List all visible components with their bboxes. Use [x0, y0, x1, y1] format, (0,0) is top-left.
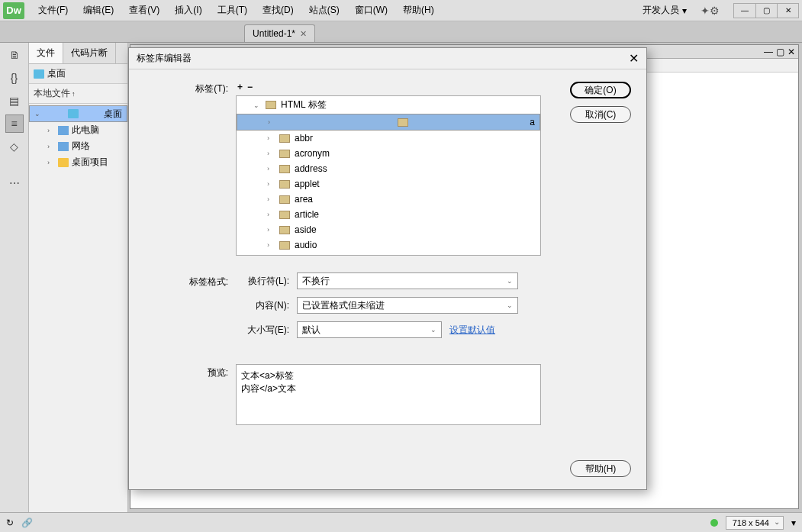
- help-button[interactable]: 帮助(H): [570, 460, 631, 477]
- inner-close[interactable]: ✕: [788, 47, 795, 57]
- add-tag-icon[interactable]: +: [237, 82, 243, 92]
- expand-icon[interactable]: ›: [267, 211, 275, 218]
- expand-icon[interactable]: ›: [268, 118, 275, 126]
- tag-tree[interactable]: ⌄HTML 标签 ›a ›abbr ›acronym ›address ›app…: [236, 95, 541, 256]
- menu-tools[interactable]: 工具(T): [210, 1, 255, 20]
- menu-insert[interactable]: 插入(I): [167, 1, 209, 20]
- linebreak-select[interactable]: 不换行⌄: [297, 272, 518, 289]
- close-button[interactable]: ✕: [777, 4, 798, 18]
- remove-tag-icon[interactable]: −: [247, 82, 253, 92]
- tree-node-label: HTML 标签: [281, 98, 327, 111]
- tree-node[interactable]: ›address: [237, 161, 540, 176]
- assets-icon[interactable]: ▤: [5, 92, 24, 110]
- dialog-close-icon[interactable]: ✕: [629, 51, 639, 66]
- panel-site-selector[interactable]: 桌面: [29, 64, 127, 84]
- folder-icon: [279, 150, 290, 158]
- case-label: 大小写(E):: [236, 324, 289, 337]
- menu-help[interactable]: 帮助(H): [395, 1, 442, 20]
- tree-node[interactable]: ›article: [237, 207, 540, 222]
- tree-node[interactable]: ›acronym: [237, 146, 540, 161]
- folder-icon: [279, 180, 290, 189]
- overflow-icon[interactable]: ▾: [791, 517, 796, 528]
- tree-row-this-pc[interactable]: ›此电脑: [29, 122, 127, 138]
- css-icon[interactable]: ◇: [5, 137, 24, 156]
- sync-settings-icon[interactable]: ✦⚙: [696, 5, 724, 17]
- expand-icon[interactable]: ›: [267, 226, 275, 234]
- tree-node-label: a: [530, 117, 535, 127]
- tree-node-a[interactable]: ›a: [237, 114, 540, 131]
- file-tree: ⌄桌面 ›此电脑 ›网络 ›桌面项目: [29, 104, 127, 172]
- menu-site[interactable]: 站点(S): [301, 1, 347, 20]
- tree-row-desktop-items[interactable]: ›桌面项目: [29, 154, 127, 170]
- tab-snippets[interactable]: 代码片断: [63, 43, 116, 63]
- folder-icon: [279, 226, 290, 234]
- folder-icon: [398, 118, 408, 127]
- document-tab[interactable]: Untitled-1* ✕: [244, 24, 315, 42]
- folder-icon: [34, 69, 44, 79]
- collapse-icon[interactable]: ⌄: [34, 110, 42, 118]
- tree-node[interactable]: ›audio: [237, 237, 540, 253]
- files-panel: 文件 代码片断 桌面 本地文件↑ ⌄桌面 ›此电脑 ›网络 ›桌面项目: [29, 43, 128, 512]
- sync-icon[interactable]: 🔗: [21, 517, 33, 528]
- file-icon[interactable]: 🗎: [5, 46, 24, 64]
- inner-maximize[interactable]: ▢: [776, 47, 784, 57]
- preview-line: 文本<a>标签: [241, 369, 536, 382]
- tree-node[interactable]: ›applet: [237, 176, 540, 192]
- tree-node-label: acronym: [295, 148, 330, 159]
- inner-minimize[interactable]: —: [764, 47, 773, 57]
- ok-button[interactable]: 确定(O): [570, 82, 631, 98]
- maximize-button[interactable]: ▢: [755, 4, 777, 18]
- tab-files[interactable]: 文件: [29, 43, 63, 63]
- content-label: 内容(N):: [236, 299, 289, 312]
- tree-node[interactable]: ›b: [237, 253, 540, 256]
- tree-node-label: aside: [295, 224, 317, 235]
- chevron-down-icon: ⌄: [507, 301, 513, 309]
- tree-node[interactable]: ›aside: [237, 222, 540, 237]
- expand-icon[interactable]: ›: [267, 165, 275, 172]
- set-default-link[interactable]: 设置默认值: [449, 324, 495, 337]
- folder-icon: [279, 195, 290, 204]
- expand-icon[interactable]: ›: [267, 134, 275, 142]
- preview-label: 预览:: [144, 364, 228, 379]
- tree-row-desktop[interactable]: ⌄桌面: [29, 105, 127, 122]
- tree-label: 此电脑: [72, 124, 99, 137]
- tree-label: 桌面: [104, 108, 122, 121]
- tag-library-editor-dialog: 标签库编辑器 ✕ 确定(O) 取消(C) 标签(T): + − ⌄HTML 标签…: [128, 47, 647, 490]
- case-select[interactable]: 默认⌄: [297, 321, 442, 338]
- menu-edit[interactable]: 编辑(E): [76, 1, 121, 20]
- expand-icon[interactable]: ›: [47, 127, 55, 134]
- sort-arrow-icon: ↑: [72, 90, 76, 98]
- expand-icon[interactable]: ›: [267, 195, 275, 203]
- collapse-icon[interactable]: ⌄: [253, 102, 261, 109]
- expand-icon[interactable]: ›: [47, 143, 55, 150]
- more-icon[interactable]: ⋯: [5, 174, 24, 192]
- local-files-header[interactable]: 本地文件↑: [29, 84, 127, 104]
- content-select[interactable]: 已设置格式但未缩进⌄: [297, 297, 518, 314]
- folder-icon: [279, 134, 290, 143]
- expand-icon[interactable]: ›: [267, 241, 275, 249]
- dialog-titlebar: 标签库编辑器 ✕: [129, 48, 646, 69]
- tree-node-label: audio: [295, 240, 317, 250]
- workspace-switcher[interactable]: 开发人员▾: [638, 2, 691, 18]
- menu-window[interactable]: 窗口(W): [347, 1, 395, 20]
- tree-node[interactable]: ›area: [237, 192, 540, 207]
- tree-row-network[interactable]: ›网络: [29, 138, 127, 154]
- insert-icon[interactable]: ≡: [5, 114, 24, 133]
- menu-view[interactable]: 查看(V): [121, 1, 167, 20]
- folder-icon: [279, 165, 290, 173]
- menu-find[interactable]: 查找(D): [255, 1, 301, 20]
- cancel-button[interactable]: 取消(C): [570, 106, 631, 123]
- menu-file[interactable]: 文件(F): [31, 1, 76, 20]
- viewport-size-selector[interactable]: 718 x 544: [726, 516, 784, 530]
- code-icon[interactable]: {}: [5, 69, 24, 87]
- tree-node-root[interactable]: ⌄HTML 标签: [237, 96, 540, 114]
- folder-icon: [68, 109, 79, 118]
- expand-icon[interactable]: ›: [47, 159, 55, 166]
- expand-icon[interactable]: ›: [267, 150, 275, 157]
- tree-node[interactable]: ›abbr: [237, 131, 540, 146]
- minimize-button[interactable]: —: [734, 4, 755, 18]
- refresh-icon[interactable]: ↻: [6, 517, 14, 528]
- expand-icon[interactable]: ›: [267, 180, 275, 188]
- preview-box: 文本<a>标签 内容</a>文本: [236, 364, 541, 425]
- close-tab-icon[interactable]: ✕: [300, 29, 307, 39]
